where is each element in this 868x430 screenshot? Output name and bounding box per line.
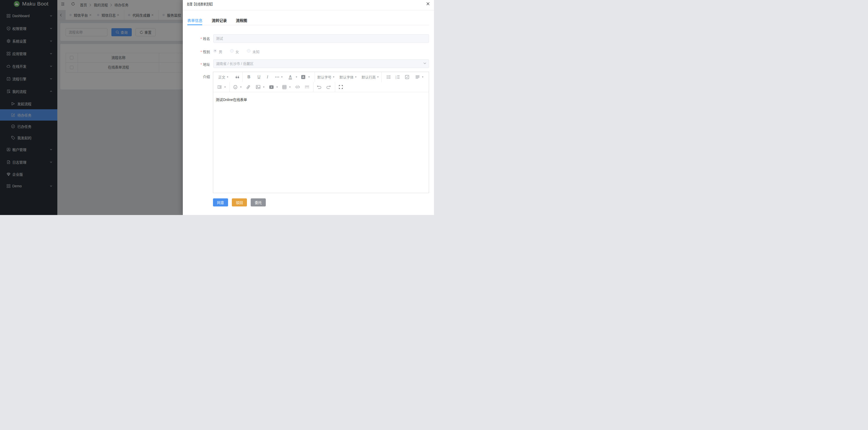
svg-text:3: 3 [396,78,397,79]
svg-text:A: A [302,76,304,79]
